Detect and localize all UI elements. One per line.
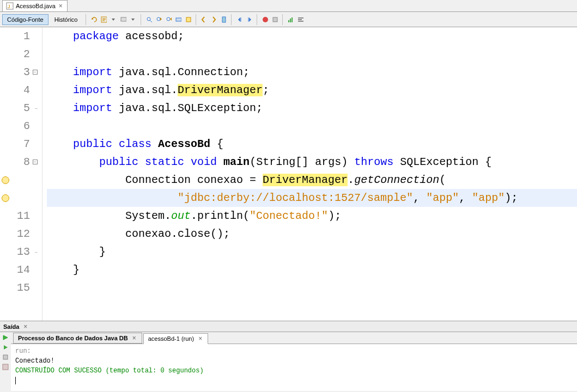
gutter-line: 7 [0, 135, 42, 153]
next-bookmark-icon[interactable] [209, 15, 218, 24]
line-number: 11 [10, 210, 30, 222]
svg-rect-16 [290, 19, 291, 22]
run-icon[interactable] [1, 343, 10, 352]
hint-bulb-icon[interactable] [2, 194, 9, 202]
output-tab[interactable]: acessoBd-1 (run)× [143, 333, 208, 344]
code-line[interactable]: public class AcessoBd { [47, 135, 577, 153]
separator [257, 14, 257, 25]
toolbar-icon-group-4 [235, 15, 253, 24]
close-icon[interactable]: × [131, 334, 137, 342]
find-icon[interactable] [144, 15, 153, 24]
macro-record-icon[interactable] [260, 15, 269, 24]
gutter-line [0, 189, 42, 207]
svg-rect-19 [3, 364, 8, 370]
chart-icon[interactable] [286, 15, 295, 24]
line-number: 14 [10, 264, 30, 276]
svg-rect-3 [121, 17, 126, 21]
svg-text:J: J [8, 4, 10, 9]
line-number: 4 [10, 84, 30, 96]
find-selection-icon[interactable] [174, 15, 183, 24]
code-line[interactable] [47, 117, 577, 135]
svg-rect-10 [222, 17, 226, 22]
console[interactable]: run:Conectado!CONSTRUÍDO COM SUCESSO (te… [11, 344, 577, 391]
code-line[interactable]: conexao.close(); [47, 225, 577, 243]
output-tabs: Processo do Banco de Dados Java DB×acess… [11, 332, 577, 344]
code-area[interactable]: package acessobd; import java.sql.Connec… [42, 27, 577, 321]
dropdown-icon[interactable] [109, 15, 118, 24]
console-line: CONSTRUÍDO COM SUCESSO (tempo total: 0 s… [15, 366, 573, 376]
svg-rect-18 [3, 355, 8, 359]
output-panel: Saída × Processo do Banco de Dados Java … [0, 321, 577, 391]
hint-bulb-icon[interactable] [2, 176, 9, 184]
line-number: 2 [10, 48, 30, 60]
shift-right-icon[interactable] [245, 15, 253, 24]
line-number: 7 [10, 138, 30, 150]
output-title-bar: Saída × [0, 321, 577, 332]
code-line[interactable] [47, 45, 577, 63]
line-number: 15 [10, 281, 30, 294]
prev-bookmark-icon[interactable] [199, 15, 208, 24]
close-icon[interactable]: × [22, 323, 28, 330]
code-line[interactable]: Connection conexao = DriverManager.getCo… [47, 171, 577, 189]
fold-toggle-icon[interactable]: − [33, 70, 38, 75]
highlight-icon[interactable] [184, 15, 192, 24]
gutter-line: 3− [0, 63, 42, 81]
format-icon[interactable] [99, 15, 108, 24]
gutter-line: 14 [0, 261, 42, 279]
gutter-line: 4 [0, 81, 42, 99]
close-icon[interactable]: × [197, 335, 203, 342]
fold-toggle-icon[interactable]: − [33, 160, 38, 164]
find-prev-icon[interactable] [154, 15, 163, 24]
gutter-line: 11 [0, 207, 42, 225]
dropdown-icon[interactable] [129, 15, 137, 24]
history-view-button[interactable]: Histórico [50, 14, 83, 25]
gutter-line: 5 [0, 99, 42, 117]
separator [231, 14, 232, 25]
settings-icon[interactable] [1, 363, 10, 371]
code-line[interactable]: import java.sql.Connection; [47, 63, 577, 81]
console-cursor [15, 376, 573, 385]
toolbar-icon-group-6 [286, 15, 305, 24]
code-line[interactable] [47, 279, 577, 297]
code-line[interactable]: } [47, 261, 577, 279]
toggle-bookmark-icon[interactable] [219, 15, 228, 24]
comment-icon[interactable] [119, 15, 127, 24]
output-tab[interactable]: Processo do Banco de Dados Java DB× [13, 333, 142, 344]
code-line[interactable]: import java.sql.SQLException; [47, 99, 577, 117]
file-tab-bar: J AcessoBd.java × [0, 0, 577, 12]
svg-rect-8 [176, 18, 181, 21]
code-line[interactable]: System.out.println("Conectado!"); [47, 207, 577, 225]
macro-stop-icon[interactable] [270, 15, 279, 24]
shift-left-icon[interactable] [235, 15, 244, 24]
refresh-icon[interactable] [89, 15, 98, 24]
close-icon[interactable]: × [58, 2, 64, 10]
line-number: 1 [10, 30, 30, 42]
code-line[interactable]: import java.sql.DriverManager; [47, 81, 577, 99]
console-line: run: [15, 346, 573, 356]
svg-rect-17 [291, 17, 293, 22]
find-next-icon[interactable] [164, 15, 173, 24]
stop-icon[interactable] [1, 353, 10, 362]
source-view-button[interactable]: Código-Fonte [2, 14, 48, 25]
separator [86, 14, 86, 25]
code-editor[interactable]: 123−45678−1112131415 package acessobd; i… [0, 27, 577, 321]
code-line[interactable]: "jdbc:derby://localhost:1527/sample", "a… [47, 189, 577, 207]
file-tab[interactable]: J AcessoBd.java × [2, 0, 68, 11]
rerun-icon[interactable] [1, 333, 10, 342]
svg-line-5 [150, 20, 152, 22]
gutter-line: 1 [0, 27, 42, 45]
line-number: 3 [10, 66, 30, 78]
code-line[interactable]: public static void main(String[] args) t… [47, 153, 577, 171]
separator [141, 14, 141, 25]
output-tab-label: acessoBd-1 (run) [148, 335, 194, 342]
output-tab-label: Processo do Banco de Dados Java DB [18, 335, 128, 341]
code-line[interactable]: package acessobd; [47, 27, 577, 45]
output-title: Saída [3, 323, 19, 330]
align-icon[interactable] [296, 15, 305, 24]
svg-point-6 [157, 17, 160, 21]
line-number: 13 [10, 246, 30, 258]
code-line[interactable]: } [47, 243, 577, 261]
gutter-line: 15 [0, 279, 42, 297]
svg-point-7 [167, 17, 170, 21]
editor-toolbar: Código-Fonte Histórico [0, 12, 577, 27]
